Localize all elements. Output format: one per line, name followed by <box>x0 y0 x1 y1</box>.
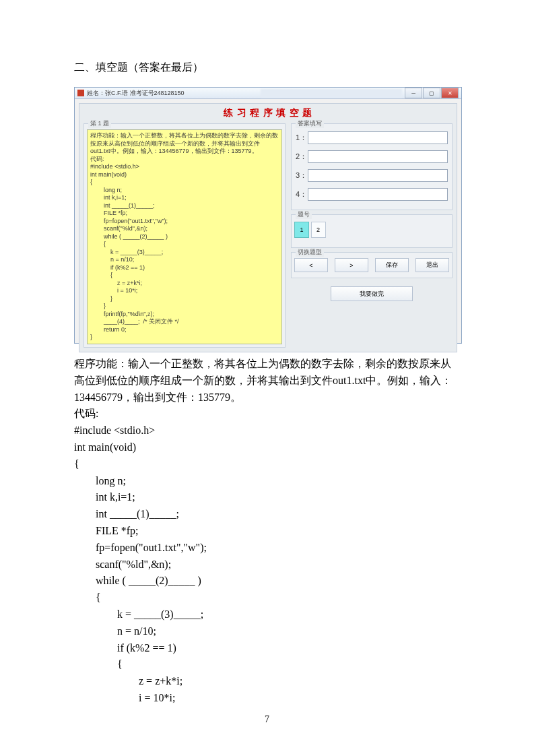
close-button[interactable]: ✕ <box>441 88 459 98</box>
nav-group: 切换题型 < > 保存 退出 <box>291 252 453 278</box>
page-number: 7 <box>0 714 534 725</box>
answer-label-2: 2： <box>296 152 308 162</box>
prev-button[interactable]: < <box>294 258 328 272</box>
answer-input-4[interactable] <box>308 188 448 201</box>
submit-button[interactable]: 我要做完 <box>331 286 413 301</box>
section-title: 二、填空题（答案在最后） <box>74 61 460 75</box>
nav-group-label: 切换题型 <box>296 248 324 257</box>
answer-input-3[interactable] <box>308 169 448 182</box>
exit-button[interactable]: 退出 <box>415 258 449 272</box>
answer-input-2[interactable] <box>308 150 448 163</box>
maximize-button[interactable]: ▢ <box>423 88 440 98</box>
nums-group-label: 题号 <box>296 210 312 219</box>
app-icon <box>77 90 84 96</box>
question-number-group: 题号 1 2 <box>291 214 453 248</box>
question-num-1[interactable]: 1 <box>294 222 309 238</box>
window-title: 姓名：张C.F.语 准考证号248128150 <box>87 89 261 98</box>
answer-label-3: 3： <box>296 170 308 181</box>
answers-group-label: 答案填写 <box>296 119 324 128</box>
answer-input-1[interactable] <box>308 131 448 144</box>
left-group-label: 第 1 题 <box>88 119 111 128</box>
answer-label-4: 4： <box>296 189 308 199</box>
next-button[interactable]: > <box>335 258 368 272</box>
title-blur <box>261 89 402 98</box>
code-label: 代码: <box>74 406 460 422</box>
code-listing: #include <stdio.h> int main(void) { long… <box>74 422 460 707</box>
question-code-area[interactable]: 程序功能：输入一个正整数，将其各位上为偶数的数字去除，剩余的数 按原来从高位到低… <box>87 129 282 344</box>
minimize-button[interactable]: ─ <box>405 88 422 98</box>
save-button[interactable]: 保存 <box>375 258 409 272</box>
question-num-2[interactable]: 2 <box>311 222 326 238</box>
banner-title: 练 习 程 序 填 空 题 <box>79 104 457 123</box>
titlebar: 姓名：张C.F.语 准考证号248128150 ─ ▢ ✕ <box>75 88 461 99</box>
problem-description: 程序功能：输入一个正整数，将其各位上为偶数的数字去除，剩余的数按原来从高位到低位… <box>74 356 460 406</box>
answer-label-1: 1： <box>296 133 308 143</box>
answers-group: 答案填写 1： 2： 3： <box>291 123 453 210</box>
window-controls: ─ ▢ ✕ <box>405 88 459 98</box>
app-window: 姓名：张C.F.语 准考证号248128150 ─ ▢ ✕ 练 习 程 序 填 … <box>74 87 462 344</box>
app-inner: 练 习 程 序 填 空 题 第 1 题 程序功能：输入一个正整数，将其各位上为偶… <box>79 103 457 352</box>
